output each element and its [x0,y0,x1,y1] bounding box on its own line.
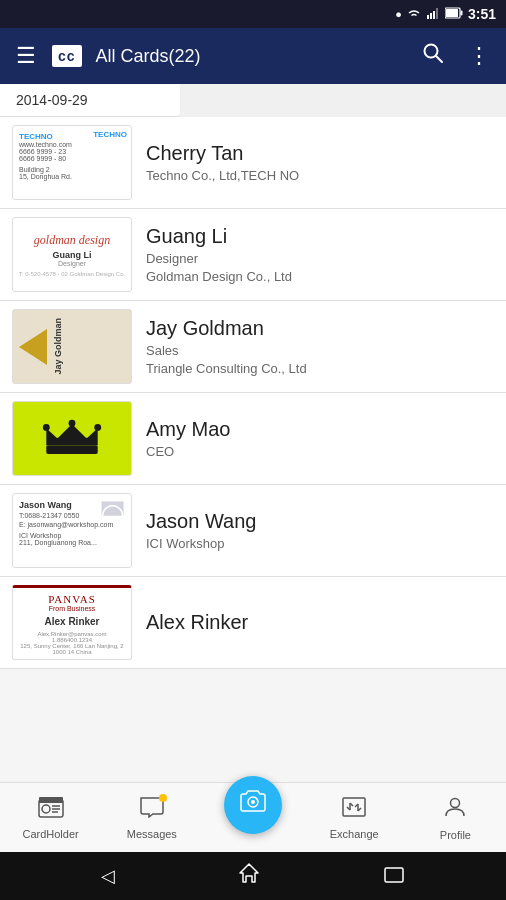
nav-label-cardholder: CardHolder [22,828,78,840]
card-info: Alex Rinker [146,611,494,634]
menu-icon[interactable]: ☰ [8,35,44,77]
cardholder-icon [38,796,64,824]
card-info: Guang Li Designer Goldman Design Co., Lt… [146,225,494,284]
camera-icon [239,789,267,820]
nav-item-camera[interactable] [202,796,303,840]
card-info: Jay Goldman Sales Triangle Consulting Co… [146,317,494,376]
wifi-icon [407,7,421,21]
nav-item-cardholder[interactable]: CardHolder [0,783,101,852]
back-button[interactable]: ◁ [85,857,131,895]
exchange-icon [341,796,367,824]
svg-rect-5 [460,11,462,16]
svg-point-13 [94,424,101,431]
card-thumbnail: Jason Wang T:0688-21347 0550 E: jasonwan… [12,493,132,568]
card-name: Jason Wang [146,510,494,533]
card-name: Guang Li [146,225,494,248]
list-item[interactable]: Jay Goldman Jay Goldman Sales Triangle C… [0,301,506,393]
signal-icon [426,7,440,21]
svg-rect-1 [430,13,432,19]
card-name: Alex Rinker [146,611,494,634]
recent-button[interactable] [367,855,421,898]
search-icon[interactable] [414,34,452,78]
card-company: Goldman Design Co., Ltd [146,269,494,284]
svg-point-23 [251,800,255,804]
card-list: TECHNO www.techno.com 6666 9999 - 23 666… [0,117,506,782]
bottom-navigation: CardHolder Messages [0,782,506,852]
toolbar: ☰ cc All Cards(22) ⋮ [0,28,506,84]
list-item[interactable]: Amy Mao CEO [0,393,506,485]
svg-marker-10 [46,424,97,445]
nav-item-profile[interactable]: Profile [405,783,506,852]
card-name: Amy Mao [146,418,494,441]
card-title: Sales [146,343,494,358]
card-title: Designer [146,251,494,266]
more-icon[interactable]: ⋮ [460,35,498,77]
card-thumbnail [12,401,132,476]
toolbar-title: All Cards(22) [90,46,406,67]
svg-rect-24 [343,798,365,816]
card-thumbnail: Jay Goldman [12,309,132,384]
nav-label-exchange: Exchange [330,828,379,840]
app-logo: cc [52,45,82,67]
notification-dot [159,794,167,802]
svg-rect-3 [436,8,438,19]
svg-point-11 [43,424,50,431]
svg-point-31 [451,798,460,807]
date-label: 2014-09-29 [0,84,180,117]
location-icon: ● [395,8,402,20]
nav-item-exchange[interactable]: Exchange [304,783,405,852]
card-thumbnail: PANVAS From Business Alex Rinker Alex.Ri… [12,585,132,660]
battery-icon [445,7,463,21]
nav-label-profile: Profile [440,829,471,841]
svg-rect-2 [433,11,435,19]
svg-rect-17 [39,797,63,803]
messages-icon [139,796,165,824]
svg-point-12 [69,419,76,426]
profile-icon [443,795,467,825]
card-name: Jay Goldman [146,317,494,340]
card-company: Triangle Consulting Co., Ltd [146,361,494,376]
list-item[interactable]: PANVAS From Business Alex Rinker Alex.Ri… [0,577,506,669]
svg-point-15 [84,437,89,442]
list-item[interactable]: goldman design Guang Li Designer T: 0-52… [0,209,506,301]
camera-button[interactable] [224,776,282,834]
nav-item-messages[interactable]: Messages [101,783,202,852]
card-info: Cherry Tan Techno Co., Ltd,TECH NO [146,142,494,183]
list-item[interactable]: Jason Wang T:0688-21347 0550 E: jasonwan… [0,485,506,577]
svg-point-14 [55,437,60,442]
svg-point-18 [42,805,50,813]
card-company: ICI Workshop [146,536,494,551]
nav-label-messages: Messages [127,828,177,840]
card-company: Techno Co., Ltd,TECH NO [146,168,494,183]
list-item[interactable]: TECHNO www.techno.com 6666 9999 - 23 666… [0,117,506,209]
card-thumbnail: goldman design Guang Li Designer T: 0-52… [12,217,132,292]
svg-marker-32 [240,864,258,882]
svg-rect-9 [46,445,97,454]
card-title: CEO [146,444,494,459]
svg-rect-0 [427,15,429,19]
status-time: 3:51 [468,6,496,22]
svg-rect-33 [385,868,403,882]
card-info: Jason Wang ICI Workshop [146,510,494,551]
card-thumbnail: TECHNO www.techno.com 6666 9999 - 23 666… [12,125,132,200]
card-info: Amy Mao CEO [146,418,494,459]
card-name: Cherry Tan [146,142,494,165]
status-bar: ● 3:51 [0,0,506,28]
svg-rect-6 [446,9,458,17]
svg-line-8 [436,56,442,62]
home-button[interactable] [222,854,276,898]
system-navigation: ◁ [0,852,506,900]
